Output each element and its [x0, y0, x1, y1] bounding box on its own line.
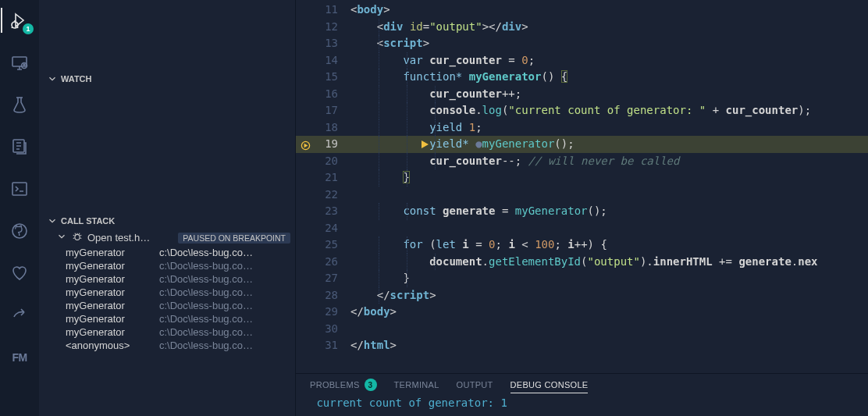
execution-pointer-icon: [419, 138, 430, 149]
frame-function: myGenerator: [66, 247, 151, 258]
code-editor[interactable]: 1112131415161718192021222324252627282930…: [296, 0, 868, 373]
line-number: 19: [296, 136, 338, 153]
debug-sidebar: WATCH CALL STACK Open test.h… PAUSED ON …: [39, 0, 295, 416]
code-line[interactable]: </html>: [350, 337, 868, 354]
frame-path: c:\Doc\less-bug.co…: [159, 286, 289, 298]
activity-testing-icon[interactable]: [1, 91, 38, 119]
line-number: 22: [296, 187, 338, 204]
callstack-frame[interactable]: myGeneratorc:\Doc\less-bug.co…: [39, 286, 295, 299]
debug-console-output[interactable]: current count of generator: 1: [296, 395, 868, 411]
code-line[interactable]: }: [350, 270, 868, 287]
activity-terminal-icon[interactable]: [1, 175, 38, 203]
tab-debug-console-label: DEBUG CONSOLE: [510, 380, 589, 389]
code-line[interactable]: console.log("current count of generator:…: [350, 102, 868, 119]
code-line[interactable]: <script>: [350, 35, 868, 52]
tab-problems-label: PROBLEMS: [310, 380, 360, 389]
activity-fm-icon[interactable]: FM: [1, 343, 38, 372]
line-number: 27: [296, 270, 338, 287]
frame-path: c:\Doc\less-bug.co…: [159, 273, 289, 285]
code-line[interactable]: <div id="output"></div>: [350, 19, 868, 36]
code-line[interactable]: [350, 321, 868, 338]
code-line[interactable]: <body>: [350, 2, 868, 19]
activity-references-icon[interactable]: [1, 133, 38, 161]
tab-terminal[interactable]: TERMINAL: [394, 380, 439, 389]
frame-function: myGenerator: [66, 326, 151, 338]
problems-badge: 3: [365, 379, 377, 391]
run-debug-badge: 1: [23, 23, 34, 34]
activity-favorites-icon[interactable]: [1, 259, 38, 287]
callstack-frame[interactable]: myGeneratorc:\Doc\less-bug.co…: [39, 299, 295, 312]
tab-problems[interactable]: PROBLEMS 3: [310, 379, 377, 391]
bottom-panel: PROBLEMS 3 TERMINAL OUTPUT DEBUG CONSOLE…: [296, 373, 868, 416]
callstack-frame[interactable]: myGeneratorc:\Doc\less-bug.co…: [39, 325, 295, 339]
frame-function: myGenerator: [66, 313, 151, 325]
code-line[interactable]: function* myGenerator() {: [350, 69, 868, 86]
frame-function: myGenerator: [66, 300, 151, 311]
chevron-down-icon: [56, 231, 67, 244]
svg-point-6: [75, 234, 80, 240]
tab-terminal-label: TERMINAL: [394, 380, 439, 389]
frame-path: c:\Doc\less-bug.co…: [159, 260, 289, 272]
tab-debug-console[interactable]: DEBUG CONSOLE: [510, 380, 589, 393]
callstack-section-header[interactable]: CALL STACK: [39, 212, 295, 229]
activity-github-icon[interactable]: [1, 217, 38, 245]
line-number: 24: [296, 220, 338, 237]
line-number: 30: [296, 321, 338, 338]
code-area[interactable]: <body> <div id="output"></div> <script> …: [350, 0, 868, 373]
chevron-down-icon: [47, 73, 58, 84]
code-line[interactable]: [350, 187, 868, 204]
frame-path: c:\Doc\less-bug.co…: [159, 247, 289, 258]
line-number: 16: [296, 86, 338, 103]
line-number: 26: [296, 254, 338, 271]
line-number: 23: [296, 203, 338, 220]
code-line[interactable]: const generate = myGenerator();: [350, 203, 868, 220]
callstack-frame[interactable]: <anonymous>c:\Doc\less-bug.co…: [39, 339, 295, 352]
callstack-section-label: CALL STACK: [61, 216, 115, 226]
frame-path: c:\Doc\less-bug.co…: [159, 326, 289, 338]
code-line[interactable]: </body>: [350, 304, 868, 321]
frame-path: c:\Doc\less-bug.co…: [159, 313, 289, 325]
editor-column: 1112131415161718192021222324252627282930…: [295, 0, 868, 416]
frame-function: myGenerator: [66, 273, 151, 285]
code-line[interactable]: yield 1;: [350, 119, 868, 137]
line-number: 12: [296, 19, 338, 36]
code-line[interactable]: yield* ●myGenerator();: [350, 136, 868, 153]
line-number: 31: [296, 337, 338, 354]
line-number: 13: [296, 35, 338, 52]
line-number: 14: [296, 52, 338, 69]
frame-path: c:\Doc\less-bug.co…: [159, 300, 289, 311]
code-line[interactable]: document.getElementById("output").innerH…: [350, 254, 868, 271]
activity-bar: 1: [0, 0, 39, 416]
callstack-frame[interactable]: myGeneratorc:\Doc\less-bug.co…: [39, 259, 295, 272]
activity-share-icon[interactable]: [1, 301, 38, 329]
line-number: 29: [296, 304, 338, 321]
tab-output[interactable]: OUTPUT: [457, 380, 493, 389]
code-line[interactable]: var cur_counter = 0;: [350, 52, 868, 69]
code-line[interactable]: }: [350, 169, 868, 187]
watch-section-label: WATCH: [61, 74, 92, 84]
code-line[interactable]: [350, 220, 868, 237]
chevron-down-icon: [47, 215, 58, 226]
panel-tabs: PROBLEMS 3 TERMINAL OUTPUT DEBUG CONSOLE: [296, 374, 868, 395]
line-number: 18: [296, 119, 338, 137]
bug-icon: [72, 231, 83, 244]
line-number: 25: [296, 236, 338, 254]
frame-function: myGenerator: [66, 260, 151, 272]
watch-section-header[interactable]: WATCH: [39, 70, 295, 87]
code-line[interactable]: for (let i = 0; i < 100; i++) {: [350, 236, 868, 254]
callstack-frame[interactable]: myGeneratorc:\Doc\less-bug.co…: [39, 272, 295, 286]
callstack-frame[interactable]: myGeneratorc:\Doc\less-bug.co…: [39, 246, 295, 259]
code-line[interactable]: </script>: [350, 287, 868, 304]
code-line[interactable]: cur_counter--; // will never be called: [350, 153, 868, 170]
thread-name: Open test.h…: [87, 232, 150, 244]
activity-run-debug-icon[interactable]: 1: [1, 6, 38, 34]
callstack-thread-row[interactable]: Open test.h… PAUSED ON BREAKPOINT: [39, 229, 295, 246]
tab-output-label: OUTPUT: [457, 380, 493, 389]
paused-badge: PAUSED ON BREAKPOINT: [178, 233, 290, 244]
code-line[interactable]: cur_counter++;: [350, 86, 868, 103]
line-number: 15: [296, 69, 338, 86]
frame-function: myGenerator: [66, 286, 151, 298]
line-number-gutter: 1112131415161718192021222324252627282930…: [296, 0, 350, 373]
activity-remote-explorer-icon[interactable]: [1, 48, 38, 76]
callstack-frame[interactable]: myGeneratorc:\Doc\less-bug.co…: [39, 312, 295, 325]
